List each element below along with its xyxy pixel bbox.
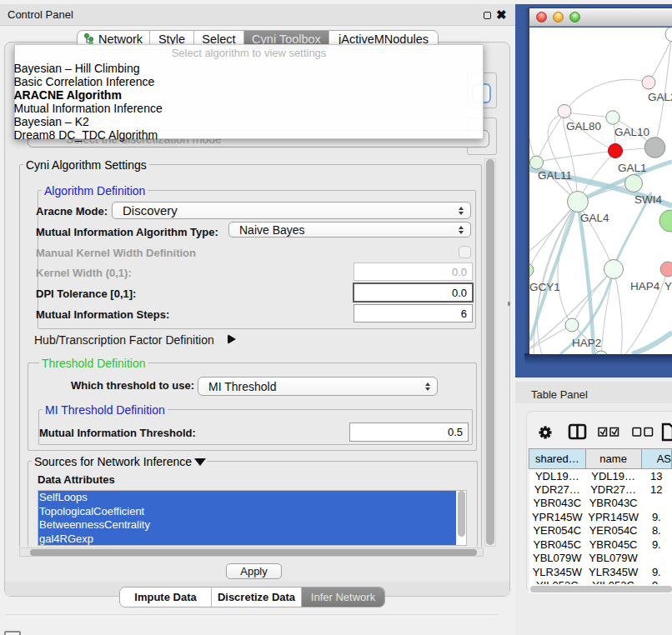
- svg-text:GAL4: GAL4: [580, 212, 609, 224]
- svg-text:GAL10: GAL10: [614, 126, 649, 138]
- svg-text:YM: YM: [664, 280, 672, 292]
- svg-text:SWI4: SWI4: [634, 193, 662, 206]
- svg-text:GAL11: GAL11: [538, 169, 572, 182]
- svg-text:GAL80: GAL80: [566, 120, 601, 132]
- svg-text:HAP2: HAP2: [572, 337, 601, 349]
- svg-text:GCY1: GCY1: [529, 281, 560, 293]
- svg-text:GAL1: GAL1: [618, 162, 647, 174]
- svg-text:GAL2: GAL2: [648, 91, 672, 103]
- svg-text:HAP4: HAP4: [630, 280, 660, 292]
